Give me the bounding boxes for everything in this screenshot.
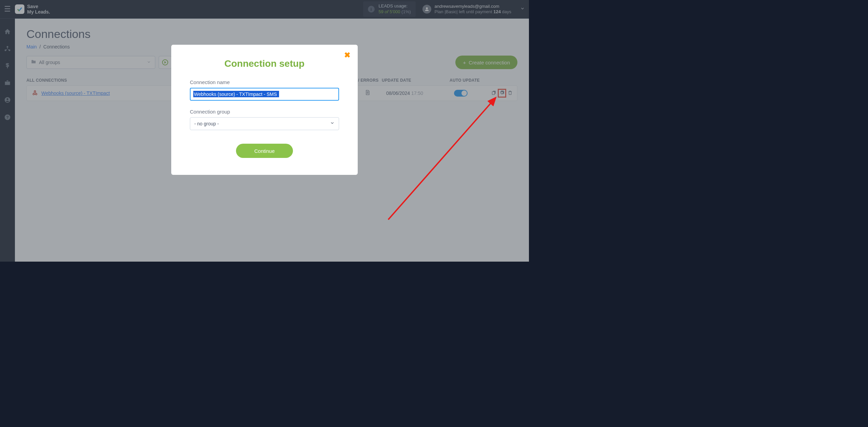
connection-group-select[interactable]: - no group -	[190, 117, 339, 130]
name-field-label: Connection name	[190, 79, 339, 85]
group-field-label: Connection group	[190, 109, 339, 115]
continue-button[interactable]: Continue	[236, 144, 293, 158]
chevron-down-icon	[330, 121, 335, 127]
modal-overlay[interactable]: ✖ Connection setup Connection name Conne…	[0, 0, 529, 262]
group-select-value: - no group -	[194, 121, 330, 126]
connection-setup-modal: ✖ Connection setup Connection name Conne…	[171, 45, 358, 175]
connection-name-input[interactable]	[190, 88, 339, 101]
close-icon[interactable]: ✖	[344, 51, 350, 60]
modal-title: Connection setup	[190, 58, 339, 69]
